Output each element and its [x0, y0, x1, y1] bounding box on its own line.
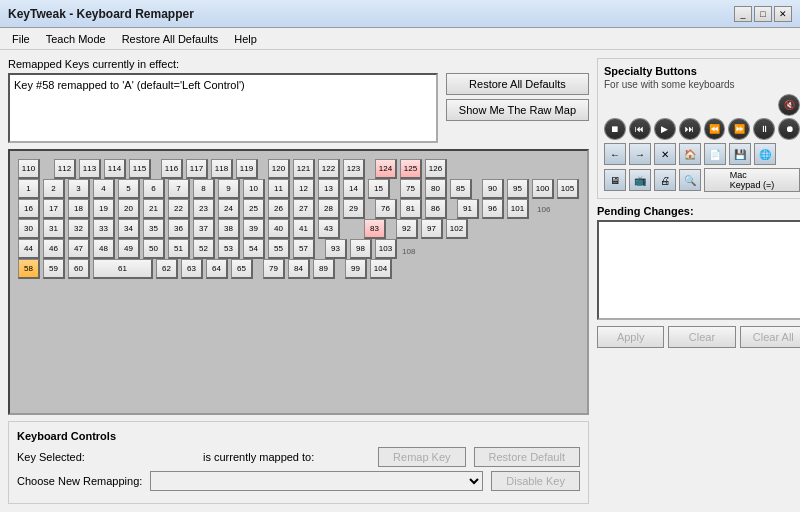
key-54[interactable]: 54: [243, 239, 265, 259]
key-103[interactable]: 103: [375, 239, 397, 259]
maximize-button[interactable]: □: [754, 6, 772, 22]
key-101[interactable]: 101: [507, 199, 529, 219]
spec-btn-red[interactable]: ✕: [654, 143, 676, 165]
key-125[interactable]: 125: [400, 159, 422, 179]
restore-all-defaults-button[interactable]: Restore All Defaults: [446, 73, 589, 95]
spec-btn-prev[interactable]: ⏮: [629, 118, 651, 140]
remap-select[interactable]: [150, 471, 483, 491]
spec-btn-ff[interactable]: ⏩: [728, 118, 750, 140]
key-2[interactable]: 2: [43, 179, 65, 199]
key-75[interactable]: 75: [400, 179, 422, 199]
key-46[interactable]: 46: [43, 239, 65, 259]
key-5[interactable]: 5: [118, 179, 140, 199]
key-83[interactable]: 83: [364, 219, 386, 239]
key-50[interactable]: 50: [143, 239, 165, 259]
key-86[interactable]: 86: [425, 199, 447, 219]
key-10[interactable]: 10: [243, 179, 265, 199]
key-95[interactable]: 95: [507, 179, 529, 199]
key-115[interactable]: 115: [129, 159, 151, 179]
key-110[interactable]: 110: [18, 159, 40, 179]
spec-btn-print[interactable]: 🖨: [654, 169, 676, 191]
key-122[interactable]: 122: [318, 159, 340, 179]
key-52[interactable]: 52: [193, 239, 215, 259]
spec-btn-pause[interactable]: ⏸: [753, 118, 775, 140]
key-91[interactable]: 91: [457, 199, 479, 219]
key-65[interactable]: 65: [231, 259, 253, 279]
menu-teach-mode[interactable]: Teach Mode: [38, 31, 114, 47]
spec-btn-web[interactable]: 🌐: [754, 143, 776, 165]
clear-all-button[interactable]: Clear All: [740, 326, 800, 348]
key-119[interactable]: 119: [236, 159, 258, 179]
key-4[interactable]: 4: [93, 179, 115, 199]
key-105[interactable]: 105: [557, 179, 579, 199]
key-79[interactable]: 79: [263, 259, 285, 279]
minimize-button[interactable]: _: [734, 6, 752, 22]
key-84[interactable]: 84: [288, 259, 310, 279]
key-99[interactable]: 99: [345, 259, 367, 279]
key-41[interactable]: 41: [293, 219, 315, 239]
key-63[interactable]: 63: [181, 259, 203, 279]
key-15[interactable]: 15: [368, 179, 390, 199]
key-34[interactable]: 34: [118, 219, 140, 239]
spec-btn-home[interactable]: 🏠: [679, 143, 701, 165]
key-104[interactable]: 104: [370, 259, 392, 279]
key-19[interactable]: 19: [93, 199, 115, 219]
spec-btn-stop[interactable]: ⏹: [604, 118, 626, 140]
spec-btn-rec[interactable]: ⏺: [778, 118, 800, 140]
key-62[interactable]: 62: [156, 259, 178, 279]
key-22[interactable]: 22: [168, 199, 190, 219]
key-12[interactable]: 12: [293, 179, 315, 199]
key-31[interactable]: 31: [43, 219, 65, 239]
spec-btn-play[interactable]: ▶: [654, 118, 676, 140]
close-button[interactable]: ✕: [774, 6, 792, 22]
key-40[interactable]: 40: [268, 219, 290, 239]
key-38[interactable]: 38: [218, 219, 240, 239]
key-118[interactable]: 118: [211, 159, 233, 179]
spec-btn-tv[interactable]: 📺: [629, 169, 651, 191]
key-55[interactable]: 55: [268, 239, 290, 259]
menu-restore-all[interactable]: Restore All Defaults: [114, 31, 227, 47]
key-123[interactable]: 123: [343, 159, 365, 179]
key-53[interactable]: 53: [218, 239, 240, 259]
key-6[interactable]: 6: [143, 179, 165, 199]
spec-btn-next[interactable]: ⏭: [679, 118, 701, 140]
restore-default-button[interactable]: Restore Default: [474, 447, 580, 467]
key-85[interactable]: 85: [450, 179, 472, 199]
key-76[interactable]: 76: [375, 199, 397, 219]
key-43[interactable]: 43: [318, 219, 340, 239]
menu-file[interactable]: File: [4, 31, 38, 47]
key-13[interactable]: 13: [318, 179, 340, 199]
key-96[interactable]: 96: [482, 199, 504, 219]
spec-btn-rewind[interactable]: ⏪: [704, 118, 726, 140]
key-14[interactable]: 14: [343, 179, 365, 199]
spec-btn-search[interactable]: 🔍: [679, 169, 701, 191]
key-89[interactable]: 89: [313, 259, 335, 279]
key-117[interactable]: 117: [186, 159, 208, 179]
remap-key-button[interactable]: Remap Key: [378, 447, 465, 467]
key-33[interactable]: 33: [93, 219, 115, 239]
key-121[interactable]: 121: [293, 159, 315, 179]
key-35[interactable]: 35: [143, 219, 165, 239]
key-120[interactable]: 120: [268, 159, 290, 179]
key-28[interactable]: 28: [318, 199, 340, 219]
key-102[interactable]: 102: [446, 219, 468, 239]
key-80[interactable]: 80: [425, 179, 447, 199]
key-16[interactable]: 16: [18, 199, 40, 219]
key-11[interactable]: 11: [268, 179, 290, 199]
spec-btn-back[interactable]: ←: [604, 143, 626, 165]
disable-key-button[interactable]: Disable Key: [491, 471, 580, 491]
key-58[interactable]: 58: [18, 259, 40, 279]
key-27[interactable]: 27: [293, 199, 315, 219]
key-32[interactable]: 32: [68, 219, 90, 239]
key-51[interactable]: 51: [168, 239, 190, 259]
key-26[interactable]: 26: [268, 199, 290, 219]
key-17[interactable]: 17: [43, 199, 65, 219]
key-100[interactable]: 100: [532, 179, 554, 199]
key-36[interactable]: 36: [168, 219, 190, 239]
key-124[interactable]: 124: [375, 159, 397, 179]
key-60[interactable]: 60: [68, 259, 90, 279]
key-113[interactable]: 113: [79, 159, 101, 179]
key-93[interactable]: 93: [325, 239, 347, 259]
pending-textarea[interactable]: [597, 220, 800, 320]
key-1[interactable]: 1: [18, 179, 40, 199]
